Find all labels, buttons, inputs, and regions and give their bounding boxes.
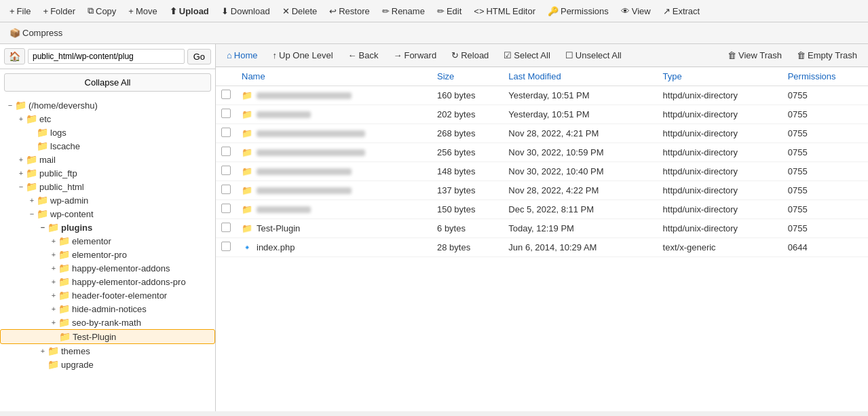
file-type: httpd/unix-directory xyxy=(658,200,782,219)
back-button[interactable]: ← Back xyxy=(341,47,385,64)
forward-button[interactable]: → Forward xyxy=(386,47,443,64)
table-row[interactable]: 📁Test-Plugin6 bytesToday, 12:19 PMhttpd/… xyxy=(216,219,868,238)
checkbox-icon: ☑ xyxy=(504,50,512,60)
file-type: httpd/unix-directory xyxy=(658,105,782,124)
tree-item-wp-content[interactable]: − 📁 wp-content xyxy=(0,207,215,221)
edit-icon: ✏ xyxy=(437,6,445,16)
table-row[interactable]: 📁150 bytesDec 5, 2022, 8:11 PMhttpd/unix… xyxy=(216,200,868,219)
html-editor-icon: <> xyxy=(474,6,484,16)
row-checkbox[interactable] xyxy=(221,147,231,156)
folder-icon: 📁 xyxy=(26,168,37,178)
tree-label: Test-Plugin xyxy=(73,332,116,342)
col-type[interactable]: Type xyxy=(658,67,782,86)
tree-item-wp-admin[interactable]: + 📁 wp-admin xyxy=(0,193,215,207)
row-checkbox[interactable] xyxy=(221,242,231,251)
file-size: 150 bytes xyxy=(432,200,503,219)
table-row[interactable]: 🔹index.php28 bytesJun 6, 2014, 10:29 AMt… xyxy=(216,238,868,257)
rename-button[interactable]: ✏ Rename xyxy=(377,3,430,19)
file-button[interactable]: + File xyxy=(4,3,37,19)
toolbar2: 📦 Compress xyxy=(0,22,868,44)
tree-item-test-plugin[interactable]: 📁 Test-Plugin xyxy=(0,329,215,344)
name-cell: 📁 xyxy=(242,147,426,157)
view-trash-button[interactable]: 🗑 View Trash xyxy=(721,47,789,64)
col-name[interactable]: Name xyxy=(236,67,432,86)
edit-button[interactable]: ✏ Edit xyxy=(432,3,467,19)
copy-icon: ⧉ xyxy=(88,5,94,16)
tree-item-themes[interactable]: + 📁 themes xyxy=(0,344,215,358)
delete-button[interactable]: ✕ Delete xyxy=(277,3,323,19)
tree-item-root[interactable]: − 📁 (/home/devershu) xyxy=(0,98,215,112)
tree-item-elementor-pro[interactable]: + 📁 elementor-pro xyxy=(0,248,215,261)
table-row[interactable]: 📁268 bytesNov 28, 2022, 4:21 PMhttpd/uni… xyxy=(216,124,868,143)
col-size[interactable]: Size xyxy=(432,67,503,86)
file-modified: Dec 5, 2022, 8:11 PM xyxy=(503,200,657,219)
folder-button[interactable]: + Folder xyxy=(38,3,81,19)
tree-item-lscache[interactable]: 📁 lscache xyxy=(0,139,215,153)
expand-icon: + xyxy=(49,305,58,313)
file-permissions: 0755 xyxy=(782,124,868,143)
folder-icon: 📁 xyxy=(58,249,70,260)
sidebar-home-button[interactable]: 🏠 xyxy=(4,48,25,64)
reload-button[interactable]: ↻ Reload xyxy=(445,47,495,64)
table-row[interactable]: 📁256 bytesNov 30, 2022, 10:59 PMhttpd/un… xyxy=(216,143,868,162)
folder-icon: 📁 xyxy=(48,359,59,370)
tree-item-happy-addons[interactable]: + 📁 happy-elementor-addons xyxy=(0,261,215,275)
up-one-level-button[interactable]: ↑ Up One Level xyxy=(266,47,340,64)
tree-item-mail[interactable]: + 📁 mail xyxy=(0,153,215,166)
file-panel: ⌂ Home ↑ Up One Level ← Back → Forward ↻… xyxy=(216,44,868,411)
table-row[interactable]: 📁148 bytesNov 30, 2022, 10:40 PMhttpd/un… xyxy=(216,162,868,181)
row-checkbox[interactable] xyxy=(221,166,231,175)
row-checkbox[interactable] xyxy=(221,204,231,213)
tree-label: wp-admin xyxy=(50,195,88,206)
download-button[interactable]: ⬇ Download xyxy=(216,3,276,19)
tree-item-hide-admin[interactable]: + 📁 hide-admin-notices xyxy=(0,302,215,316)
restore-button[interactable]: ↩ Restore xyxy=(324,3,375,19)
html-editor-button[interactable]: <> HTML Editor xyxy=(468,3,541,19)
folder-icon: 📁 xyxy=(58,235,70,246)
upload-button[interactable]: ⬆ Upload xyxy=(164,3,214,19)
file-modified: Today, 12:19 PM xyxy=(503,219,657,238)
file-size: 137 bytes xyxy=(432,181,503,200)
tree-item-seo-rank-math[interactable]: + 📁 seo-by-rank-math xyxy=(0,316,215,329)
tree-item-public-ftp[interactable]: + 📁 public_ftp xyxy=(0,166,215,180)
tree-item-logs[interactable]: 📁 logs xyxy=(0,126,215,139)
row-checkbox[interactable] xyxy=(221,223,231,232)
table-row[interactable]: 📁160 bytesYesterday, 10:51 PMhttpd/unix-… xyxy=(216,86,868,105)
table-row[interactable]: 📁202 bytesYesterday, 10:51 PMhttpd/unix-… xyxy=(216,105,868,124)
file-size: 6 bytes xyxy=(432,219,503,238)
table-row[interactable]: 📁137 bytesNov 28, 2022, 4:22 PMhttpd/uni… xyxy=(216,181,868,200)
tree-item-header-footer[interactable]: + 📁 header-footer-elementor xyxy=(0,288,215,302)
extract-button[interactable]: ↗ Extract xyxy=(658,3,705,19)
file-type: httpd/unix-directory xyxy=(658,219,782,238)
permissions-button[interactable]: 🔑 Permissions xyxy=(542,3,614,19)
col-modified[interactable]: Last Modified xyxy=(503,67,657,86)
blurred-name xyxy=(257,149,365,156)
path-input[interactable] xyxy=(28,49,185,64)
tree-item-happy-addons-pro[interactable]: + 📁 happy-elementor-addons-pro xyxy=(0,275,215,288)
move-button[interactable]: + Move xyxy=(123,3,162,19)
unselect-all-button[interactable]: ☐ Unselect All xyxy=(559,47,628,64)
row-checkbox[interactable] xyxy=(221,109,231,118)
collapse-all-button[interactable]: Collapse All xyxy=(4,73,211,92)
tree-label: logs xyxy=(50,128,67,138)
back-icon: ← xyxy=(348,50,357,60)
tree-item-upgrade[interactable]: 📁 upgrade xyxy=(0,358,215,371)
file-type: text/x-generic xyxy=(658,238,782,257)
tree-item-elementor[interactable]: + 📁 elementor xyxy=(0,234,215,248)
folder-icon: 📁 xyxy=(58,303,70,314)
go-button[interactable]: Go xyxy=(187,49,211,64)
row-checkbox[interactable] xyxy=(221,185,231,194)
row-checkbox[interactable] xyxy=(221,128,231,137)
home-nav-button[interactable]: ⌂ Home xyxy=(220,47,265,64)
tree-item-public-html[interactable]: − 📁 public_html xyxy=(0,180,215,193)
view-button[interactable]: 👁 View xyxy=(616,3,656,19)
col-permissions[interactable]: Permissions xyxy=(782,67,868,86)
blurred-name xyxy=(257,130,365,137)
copy-button[interactable]: ⧉ Copy xyxy=(82,3,121,19)
empty-trash-button[interactable]: 🗑 Empty Trash xyxy=(790,47,864,64)
select-all-button[interactable]: ☑ Select All xyxy=(497,47,556,64)
compress-button[interactable]: 📦 Compress xyxy=(4,25,68,41)
row-checkbox[interactable] xyxy=(221,90,231,99)
tree-item-plugins[interactable]: − 📁 plugins xyxy=(0,221,215,234)
tree-item-etc[interactable]: + 📁 etc xyxy=(0,112,215,126)
